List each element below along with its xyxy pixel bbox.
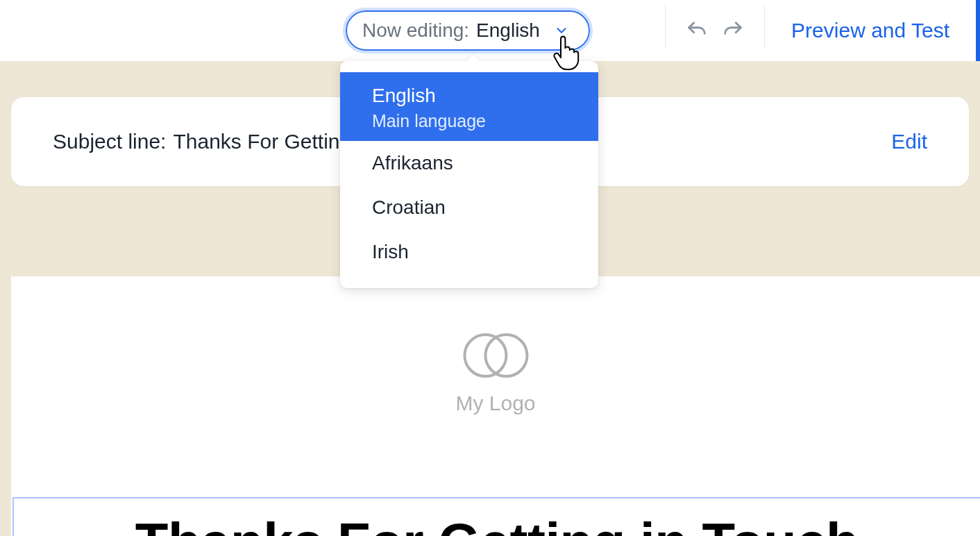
- logo-placeholder-text: My Logo: [455, 392, 535, 415]
- preview-and-test-button[interactable]: Preview and Test: [765, 0, 980, 61]
- language-option-label: Croatian: [372, 196, 446, 218]
- language-switcher[interactable]: Now editing: English: [346, 10, 590, 51]
- chevron-down-icon: [554, 23, 569, 38]
- language-dropdown: English Main language Afrikaans Croatian…: [340, 61, 598, 288]
- editor-toolbar: Now editing: English Preview and Test: [0, 0, 980, 61]
- logo-placeholder[interactable]: My Logo: [455, 321, 535, 415]
- preview-and-test-label: Preview and Test: [791, 19, 949, 42]
- language-switcher-label: Now editing:: [362, 19, 469, 42]
- logo-placeholder-icon: [457, 321, 534, 385]
- headline-block[interactable]: Thanks For Getting in Touch: [12, 497, 980, 536]
- language-option-label: English: [372, 85, 436, 106]
- subject-line-label: Subject line:: [53, 130, 166, 153]
- language-option-irish[interactable]: Irish: [340, 230, 598, 274]
- email-headline: Thanks For Getting in Touch: [14, 511, 980, 536]
- undo-button[interactable]: [685, 19, 709, 42]
- language-option-sublabel: Main language: [372, 111, 566, 131]
- edit-subject-button[interactable]: Edit: [891, 130, 927, 153]
- language-option-label: Irish: [372, 241, 409, 262]
- redo-button[interactable]: [721, 19, 745, 42]
- language-option-label: Afrikaans: [372, 152, 453, 174]
- language-switcher-value: English: [476, 19, 540, 42]
- language-option-croatian[interactable]: Croatian: [340, 185, 598, 230]
- language-option-english[interactable]: English Main language: [340, 72, 598, 141]
- language-option-afrikaans[interactable]: Afrikaans: [340, 141, 598, 185]
